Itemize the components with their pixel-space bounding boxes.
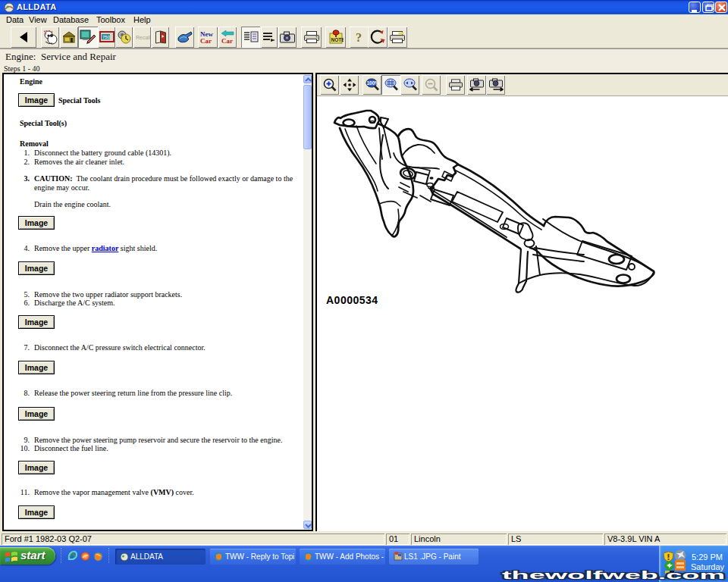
svg-text:Recall: Recall [136,35,150,40]
svg-text:750: 750 [102,35,111,39]
svg-text:NOTE: NOTE [331,37,344,42]
svg-text:100%: 100% [366,80,379,86]
svg-text:Car: Car [221,37,233,45]
svg-text:?: ? [356,31,362,44]
svg-text:Car: Car [200,37,212,45]
